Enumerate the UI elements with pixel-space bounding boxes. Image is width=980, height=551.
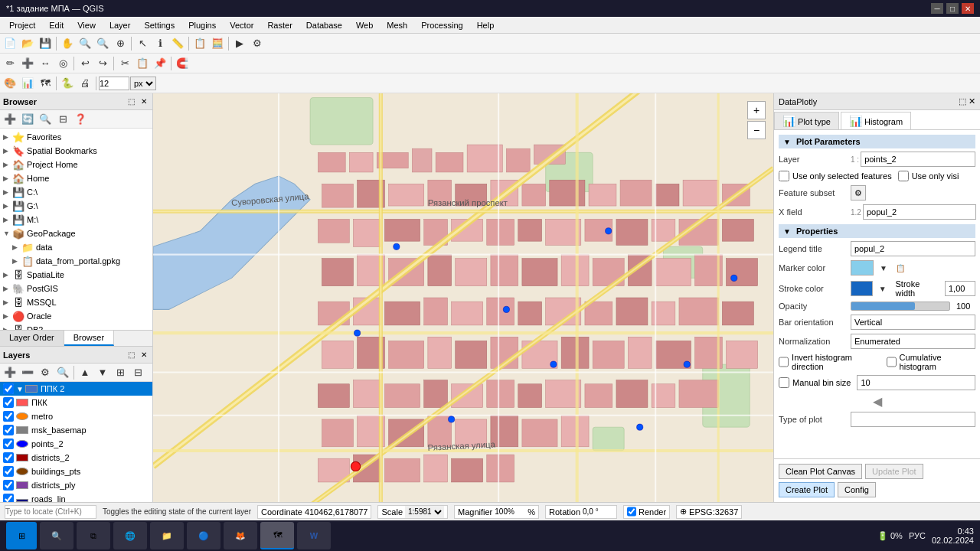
move-layer-down-btn[interactable]: ▼ (94, 364, 111, 381)
scale-select[interactable]: 1:5981 (405, 506, 444, 518)
collapse-all-btn[interactable]: ⊟ (129, 364, 146, 381)
tab-layer-order[interactable]: Layer Order (0, 331, 64, 346)
new-project-btn[interactable]: 📄 (2, 35, 18, 52)
type-of-plot-input[interactable]: Single Plot (851, 412, 975, 427)
field-calculator-btn[interactable]: 🧮 (209, 35, 226, 52)
tree-item-geopackage[interactable]: ▼ 📦 GeoPackage (0, 227, 152, 240)
layer-roads-checkbox[interactable] (3, 494, 14, 502)
zoom-full-btn[interactable]: ⊕ (112, 35, 129, 52)
taskbar-explorer[interactable]: 📁 (150, 522, 184, 549)
menu-database[interactable]: Database (300, 19, 348, 31)
tree-item-data[interactable]: ▶ 📁 data (0, 240, 152, 254)
use-vis-checkbox[interactable] (898, 171, 909, 181)
tab-browser[interactable]: Browser (64, 331, 114, 346)
digitize-btn[interactable]: ✏ (2, 55, 18, 72)
taskbar-edge[interactable]: 🌐 (113, 522, 147, 549)
zoom-in-btn[interactable]: 🔍 (77, 35, 93, 52)
browser-filter-btn[interactable]: 🔍 (37, 111, 54, 128)
layer-buildings-pts[interactable]: buildings_pts (0, 465, 152, 478)
menu-settings[interactable]: Settings (138, 19, 181, 31)
select-btn[interactable]: ↖ (134, 35, 151, 52)
print-layout-btn[interactable]: 🖨 (77, 75, 93, 92)
plot-params-collapse[interactable]: ▼ (783, 138, 791, 146)
locate-input[interactable] (5, 505, 96, 519)
browser-help-btn[interactable]: ❓ (72, 111, 89, 128)
marker-color-btn[interactable] (851, 260, 874, 276)
layer-districts2[interactable]: districts_2 (0, 451, 152, 465)
paste-btn[interactable]: 📌 (152, 55, 168, 72)
layer-msk-basemap[interactable]: msk_basemap (0, 423, 152, 437)
tree-item-db2[interactable]: ▶ 🗄 DB2 (0, 323, 152, 330)
browser-panel-float-btn[interactable]: ⬚ (126, 96, 137, 106)
copy-btn[interactable]: 📋 (134, 55, 151, 72)
cut-btn[interactable]: ✂ (116, 55, 133, 72)
menu-plugins[interactable]: Plugins (182, 19, 222, 31)
remove-layer-btn[interactable]: ➖ (19, 364, 36, 381)
layer-points2-checkbox[interactable] (3, 439, 14, 449)
menu-web[interactable]: Web (350, 19, 379, 31)
move-feature-btn[interactable]: ↔ (37, 55, 54, 72)
layer-districts-ply[interactable]: districts_ply (0, 478, 152, 492)
tree-item-home[interactable]: ▶ 🏠 Home (0, 171, 152, 185)
browser-panel-close-btn[interactable]: ✕ (139, 96, 149, 106)
menu-raster[interactable]: Raster (261, 19, 298, 31)
layer-diagram-btn[interactable]: 📊 (19, 75, 36, 92)
minimize-button[interactable]: ─ (931, 3, 943, 14)
browser-refresh-btn[interactable]: 🔄 (19, 111, 36, 128)
identify-btn[interactable]: ℹ (152, 35, 168, 52)
tree-item-bookmarks[interactable]: ▶ 🔖 Spatial Bookmarks (0, 144, 152, 158)
tree-item-favorites[interactable]: ▶ ⭐ Favorites (0, 130, 152, 144)
layer-roads-lin[interactable]: roads_lin (0, 492, 152, 502)
attribute-table-btn[interactable]: 📋 (191, 35, 208, 52)
layer-select[interactable] (861, 152, 975, 167)
feature-subset-btn[interactable]: ⚙ (851, 185, 866, 201)
snapping-btn[interactable]: 🧲 (174, 55, 191, 72)
layer-basemap-checkbox[interactable] (3, 425, 14, 435)
measure-btn[interactable]: 📏 (169, 35, 186, 52)
unit-select[interactable]: px (130, 77, 156, 90)
menu-layer[interactable]: Layer (103, 19, 137, 31)
run-script-btn[interactable]: ▶ (231, 35, 248, 52)
zoom-in-map-btn[interactable]: + (747, 101, 766, 119)
layers-panel-float-btn[interactable]: ⬚ (126, 350, 137, 360)
tree-item-data-portal[interactable]: ▶ 📋 data_from_portal.gpkg (0, 254, 152, 268)
filter-layer-btn[interactable]: 🔍 (54, 364, 71, 381)
node-tool-btn[interactable]: ◎ (54, 55, 71, 72)
maximize-button[interactable]: □ (946, 3, 959, 14)
manual-bin-size-checkbox[interactable] (779, 377, 789, 388)
manual-bin-size-input[interactable] (857, 375, 975, 390)
layers-panel-close-btn[interactable]: ✕ (139, 350, 149, 360)
browser-collapse-btn[interactable]: ⊟ (54, 111, 71, 128)
move-layer-up-btn[interactable]: ▲ (77, 364, 93, 381)
stroke-color-picker-btn[interactable]: ▼ (876, 282, 889, 295)
taskbar-word[interactable]: W (297, 522, 331, 549)
georeferencer-btn[interactable]: 🗺 (37, 75, 54, 92)
opacity-slider[interactable] (851, 302, 950, 311)
layer-districts-ply-checkbox[interactable] (3, 480, 14, 491)
zoom-out-btn[interactable]: 🔍 (94, 35, 111, 52)
open-project-btn[interactable]: 📂 (19, 35, 36, 52)
menu-edit[interactable]: Edit (43, 19, 70, 31)
cumulative-histogram-checkbox[interactable] (887, 357, 897, 367)
marker-color-picker-btn[interactable]: ▼ (877, 261, 890, 275)
layer-points2[interactable]: points_2 (0, 437, 152, 451)
layer-buildings-pts-checkbox[interactable] (3, 466, 14, 477)
pan-map-btn[interactable]: ✋ (59, 35, 76, 52)
taskbar-search[interactable]: 🔍 (40, 522, 74, 549)
add-feature-btn[interactable]: ➕ (19, 55, 36, 72)
tree-item-g-drive[interactable]: ▶ 💾 G:\ (0, 199, 152, 213)
tree-item-postgis[interactable]: ▶ 🐘 PostGIS (0, 282, 152, 295)
layer-metro[interactable]: metro (0, 409, 152, 423)
create-plot-btn[interactable]: Create Plot (779, 482, 835, 497)
start-button[interactable]: ⊞ (6, 522, 37, 549)
menu-view[interactable]: View (71, 19, 102, 31)
clean-plot-btn[interactable]: Clean Plot Canvas (779, 464, 862, 479)
taskbar-qgis[interactable]: 🗺 (260, 522, 294, 549)
marker-color-copy-btn[interactable]: 📋 (893, 261, 907, 275)
stroke-width-input[interactable] (945, 281, 975, 296)
layer-ppk2-checkbox[interactable] (3, 383, 14, 394)
style-manager-btn[interactable]: 🎨 (2, 75, 18, 92)
bar-orientation-input[interactable] (851, 315, 975, 330)
layer-metro-checkbox[interactable] (3, 411, 14, 422)
tree-item-spatialite[interactable]: ▶ 🗄 SpatiaLite (0, 268, 152, 282)
